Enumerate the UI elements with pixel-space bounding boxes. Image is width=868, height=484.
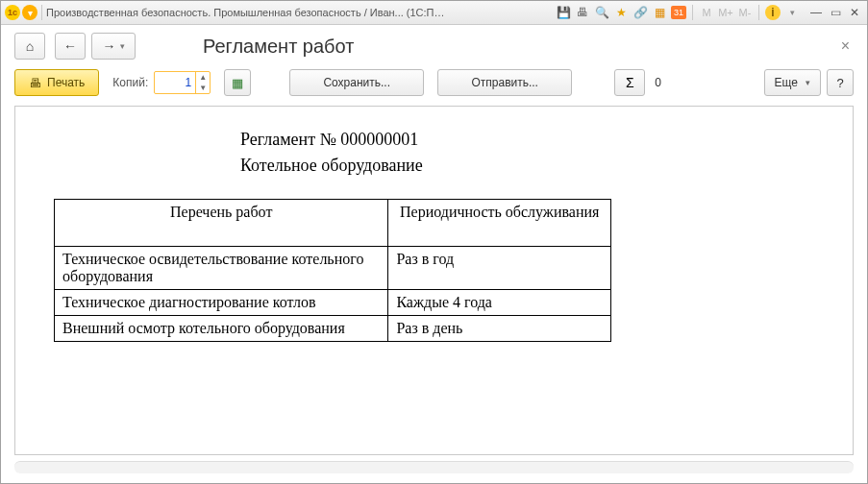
copies-input[interactable] (155, 72, 195, 93)
col-period-header: Периодичность обслуживания (388, 200, 611, 247)
document-area[interactable]: Регламент № 000000001 Котельное оборудов… (14, 106, 854, 455)
print-button-label: Печать (47, 76, 85, 89)
chevron-down-icon: ▾ (120, 41, 125, 51)
favorite-icon[interactable]: ★ (613, 5, 629, 20)
calc-icon[interactable]: ▦ (652, 5, 667, 20)
copies-spinner[interactable]: ▲ ▼ (154, 71, 211, 94)
window-close-button[interactable]: ✕ (846, 5, 863, 20)
app-window: 1c ▾ Производственная безопасность. Пром… (0, 0, 868, 484)
period-cell: Раз в год (388, 247, 611, 290)
document-heading: Регламент № 000000001 (240, 130, 830, 150)
table-header-row: Перечень работ Периодичность обслуживани… (55, 200, 611, 247)
mem-m-button[interactable]: M (699, 5, 714, 20)
spin-down-button[interactable]: ▼ (196, 83, 210, 93)
history-group: ← → ▾ (55, 33, 136, 60)
more-menu-button[interactable]: Еще ▾ (764, 69, 821, 96)
print-button[interactable]: 🖶 Печать (14, 69, 99, 96)
copies-label: Копий: (112, 76, 148, 89)
window-title: Производственная безопасность. Промышлен… (46, 7, 450, 18)
document-content: Регламент № 000000001 Котельное оборудов… (15, 107, 853, 365)
table-row: Внешний осмотр котельного оборудования Р… (55, 316, 611, 342)
back-button[interactable]: ← (55, 33, 86, 60)
more-label: Еще (775, 76, 798, 89)
period-cell: Раз в день (388, 316, 611, 342)
col-works-header: Перечень работ (55, 200, 388, 247)
titlebar-separator (41, 5, 42, 20)
link-icon[interactable]: 🔗 (632, 5, 648, 20)
nav-group: ⌂ (14, 33, 45, 60)
table-row: Техническое освидетельствование котельно… (55, 247, 611, 290)
app-menu-dropdown-icon[interactable]: ▾ (22, 5, 37, 20)
printer-icon: 🖶 (29, 76, 41, 90)
save-button[interactable]: Сохранить... (289, 69, 424, 96)
horizontal-scrollbar[interactable] (14, 461, 854, 473)
sum-button[interactable]: Σ (614, 69, 645, 96)
titlebar-separator (758, 5, 759, 20)
chevron-down-icon: ▾ (806, 78, 810, 87)
titlebar-separator (692, 5, 693, 20)
sum-group: Σ 0 (614, 69, 661, 96)
toolbar-right: Еще ▾ ? (764, 69, 854, 96)
copies-group: Копий: ▲ ▼ (112, 71, 211, 94)
spin-up-button[interactable]: ▲ (196, 72, 210, 83)
document-subheading: Котельное оборудование (240, 156, 830, 176)
print-icon[interactable]: 🖶 (575, 5, 590, 20)
work-cell: Внешний осмотр котельного оборудования (55, 316, 388, 342)
info-dropdown-icon[interactable]: ▾ (784, 5, 800, 20)
sigma-icon: Σ (626, 75, 634, 90)
mem-mminus-button[interactable]: M- (737, 5, 753, 20)
nav-row: ⌂ ← → ▾ Регламент работ × (14, 33, 854, 60)
work-cell: Техническое диагностирование котлов (55, 290, 388, 316)
help-button[interactable]: ? (827, 69, 854, 96)
save-icon[interactable]: 💾 (556, 5, 571, 20)
page-close-button[interactable]: × (837, 37, 854, 55)
arrow-left-icon: ← (63, 38, 77, 54)
client-area: ⌂ ← → ▾ Регламент работ × 🖶 Печать Копий… (1, 25, 867, 483)
window-restore-button[interactable]: ▭ (827, 5, 844, 20)
home-icon: ⌂ (26, 38, 34, 54)
table-icon: ▦ (232, 76, 243, 90)
work-cell: Техническое освидетельствование котельно… (55, 247, 388, 290)
info-icon[interactable]: i (765, 5, 781, 20)
works-table: Перечень работ Периодичность обслуживани… (54, 199, 611, 342)
titlebar-tools: 💾 🖶 🔍 ★ 🔗 ▦ 31 M M+ M- i ▾ (556, 5, 800, 20)
table-edit-button[interactable]: ▦ (224, 69, 251, 96)
mem-mplus-button[interactable]: M+ (718, 5, 733, 20)
arrow-right-icon: → (103, 38, 116, 54)
preview-icon[interactable]: 🔍 (594, 5, 609, 20)
titlebar: 1c ▾ Производственная безопасность. Пром… (1, 1, 867, 25)
forward-button[interactable]: → ▾ (91, 33, 136, 60)
toolbar: 🖶 Печать Копий: ▲ ▼ ▦ Сохранить... Отпра… (14, 69, 854, 96)
window-minimize-button[interactable]: — (807, 5, 825, 20)
app-1c-icon: 1c (5, 5, 20, 20)
calendar-icon[interactable]: 31 (671, 6, 686, 19)
send-button[interactable]: Отправить... (437, 69, 572, 96)
period-cell: Каждые 4 года (388, 290, 611, 316)
home-button[interactable]: ⌂ (14, 33, 45, 60)
sum-value: 0 (655, 76, 661, 89)
table-row: Техническое диагностирование котлов Кажд… (55, 290, 611, 316)
page-title: Регламент работ (203, 36, 354, 58)
